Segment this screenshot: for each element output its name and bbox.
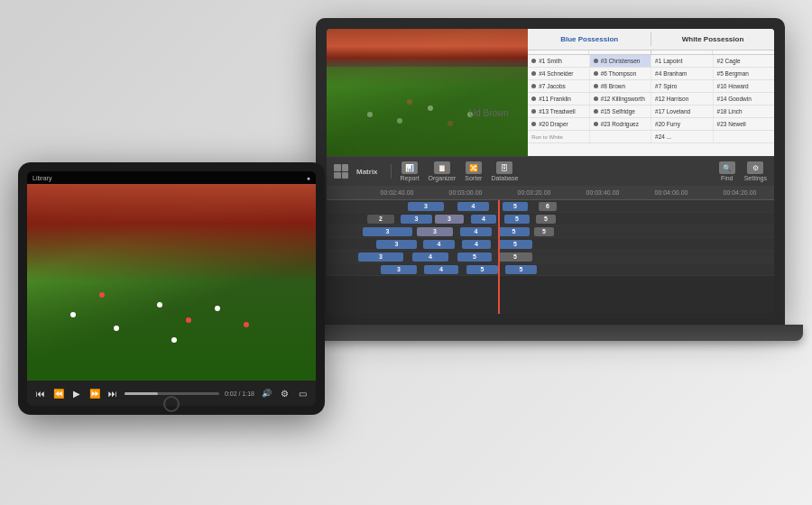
organizer-button[interactable]: 📋 Organizer [429, 161, 457, 181]
roster-row: #1 Smith #3 Christensen #1 Lapoint #2 Ca… [528, 55, 774, 68]
tablet-home-button[interactable] [163, 396, 180, 412]
laptop-video-area [327, 29, 528, 156]
matrix-icon [334, 164, 348, 179]
timeline-track: 3 4 5 5 [327, 251, 774, 263]
timeline-track: 2 3 3 4 5 5 [327, 213, 774, 225]
database-button[interactable]: 🗄 Database [491, 161, 518, 181]
roster-header: Blue Possession White Possession [528, 29, 774, 50]
ud-brown-label: Ud Brown [469, 108, 509, 118]
laptop-full: Blue Possession White Possession [327, 29, 774, 314]
skip-fwd-button[interactable]: ⏭ [106, 387, 119, 399]
progress-fill [125, 392, 158, 395]
tablet-screen: Library ● [27, 171, 316, 406]
toolbar: Matrix 📊 Report 📋 Organizer [327, 157, 774, 186]
volume-button[interactable]: 🔊 [260, 387, 272, 399]
laptop-screen: Blue Possession White Possession [327, 29, 774, 314]
roster-row: #11 Franklin #12 Killingsworth #12 Harri… [528, 93, 774, 106]
laptop-top-section: Blue Possession White Possession [327, 29, 774, 157]
tablet-body: Library ● [18, 162, 325, 415]
matrix-label: Matrix [351, 168, 383, 176]
roster-row: #20 Draper #23 Rodriguez #20 Furry #23 N… [528, 118, 774, 131]
laptop-bottom-section: Matrix 📊 Report 📋 Organizer [327, 157, 774, 314]
timeline-tracks: 3 4 5 6 2 3 3 4 5 5 [327, 200, 774, 314]
timeline-header: 00:02:40.00 00:03:00.00 00:03:20.00 00:0… [327, 186, 774, 200]
timeline-track: 3 3 4 5 5 [327, 225, 774, 238]
roster-row: #13 Treadwell #15 Selfridge #17 Loveland… [528, 106, 774, 118]
tablet-crowd [27, 184, 316, 282]
fast-forward-button[interactable]: ⏩ [88, 387, 101, 399]
laptop-crowd [327, 29, 528, 87]
library-label: Library [32, 175, 51, 181]
sorter-button[interactable]: 🔀 Sorter [465, 161, 482, 181]
timeline-track: 3 4 4 5 [327, 238, 774, 251]
tablet-settings-button[interactable]: ⚙ [278, 387, 291, 399]
scene: Blue Possession White Possession [0, 0, 812, 505]
find-button[interactable]: 🔍 Find [719, 161, 735, 181]
settings-button[interactable]: ⚙ Settings [744, 161, 767, 181]
roster-panel: Blue Possession White Possession [528, 29, 774, 156]
play-button[interactable]: ▶ [70, 387, 83, 399]
playhead [498, 200, 500, 314]
timeline-track: 3 4 5 6 [327, 200, 774, 213]
roster-row: #7 Jacobs #8 Brown #7 Spiro #10 Howard [528, 80, 774, 93]
laptop: Blue Possession White Possession [316, 18, 785, 352]
laptop-base [298, 325, 803, 341]
matrix-area: Matrix [334, 164, 392, 179]
tablet: Library ● [18, 162, 325, 415]
tablet-video [27, 184, 316, 381]
laptop-body: Blue Possession White Possession [316, 18, 785, 325]
roster-row: #4 Schneider #6 Thompson #4 Branham #5 B… [528, 68, 774, 80]
tablet-status-bar: Library ● [27, 171, 316, 184]
white-header: White Possession [651, 32, 774, 46]
laptop-video-field [327, 29, 528, 156]
blue-header: Blue Possession [528, 32, 651, 46]
rewind-button[interactable]: ⏪ [52, 387, 65, 399]
skip-back-button[interactable]: ⏮ [34, 387, 47, 399]
airplay-button[interactable]: ▭ [296, 387, 309, 399]
report-button[interactable]: 📊 Report [401, 161, 420, 181]
roster-row: Run to White #24 ... [528, 131, 774, 143]
time-display: 0:02 / 1:18 [225, 390, 254, 397]
progress-bar[interactable] [125, 392, 219, 395]
timeline-track: 3 4 5 5 [327, 263, 774, 276]
